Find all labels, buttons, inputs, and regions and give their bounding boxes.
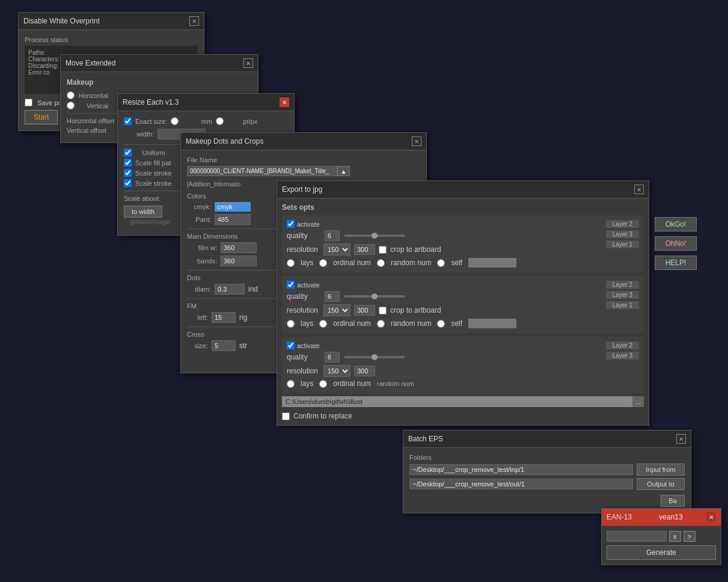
scale-fill-checkbox[interactable] xyxy=(124,159,132,167)
diam-input[interactable] xyxy=(215,284,245,295)
activate-cb-1[interactable] xyxy=(287,220,295,228)
to-width-btn[interactable]: to width xyxy=(124,206,162,218)
resize-each-close[interactable]: ✕ xyxy=(280,97,289,107)
random-radio-1[interactable] xyxy=(377,259,385,267)
horiz-radio[interactable] xyxy=(67,91,75,99)
exact-size-label: Exact size: xyxy=(135,118,167,125)
resolution-select-2[interactable]: 15072300 xyxy=(323,304,350,316)
quality-slider-1[interactable] xyxy=(344,234,405,237)
quality-input-2[interactable] xyxy=(325,291,340,302)
layer2-badge-3: Layer 2 xyxy=(606,342,639,349)
mm-radio[interactable] xyxy=(171,117,179,125)
self-radio-1[interactable] xyxy=(437,259,445,267)
resolution-label-3: resolution xyxy=(287,367,320,375)
move-extended-close[interactable]: ✕ xyxy=(243,58,253,68)
uniform-checkbox[interactable] xyxy=(124,149,132,156)
batch-eps-window: Batch EPS ✕ Folders Input from Output to… xyxy=(403,430,691,513)
export-jpg-window: Export to jpg ✕ Sets opts Layer 2 Layer … xyxy=(277,180,649,426)
activate-cb-3[interactable] xyxy=(287,342,295,349)
move-extended-titlebar: Move Extended ✕ xyxy=(61,55,258,72)
export-jpg-title: Export to jpg xyxy=(282,185,322,194)
resolution-select-3[interactable]: 15072300 xyxy=(323,365,350,377)
vert-label: Vertical xyxy=(78,102,108,109)
ordinal-radio-1[interactable] xyxy=(319,259,327,267)
export-jpg-content: Sets opts Layer 2 Layer 3 Layer 1 activa… xyxy=(277,198,649,425)
resolution-val-2[interactable] xyxy=(354,305,375,316)
quality-label-1: quality xyxy=(287,231,320,240)
input-path-field[interactable] xyxy=(409,464,633,475)
lays-label-1: lays xyxy=(301,259,313,267)
resolution-select-1[interactable]: 15072300 xyxy=(323,244,350,256)
move-extended-title: Move Extended xyxy=(66,59,115,67)
cmyk-input[interactable] xyxy=(215,202,251,212)
bands-input[interactable] xyxy=(221,256,257,266)
quality-slider-2[interactable] xyxy=(344,295,405,298)
file-browse-btn[interactable]: ▲ xyxy=(337,166,350,176)
mm-label: mm xyxy=(182,118,212,125)
vertical-offset-label: Vertical offset xyxy=(67,127,106,134)
quality-input-3[interactable] xyxy=(325,352,340,363)
batch-eps-close[interactable]: ✕ xyxy=(676,434,686,444)
batch-eps-title: Batch EPS xyxy=(408,435,443,443)
scale-stroke2-checkbox[interactable] xyxy=(124,179,132,187)
start-button[interactable]: Start xyxy=(25,110,58,124)
exact-size-checkbox[interactable] xyxy=(124,117,132,125)
ordinal-label-3: ordinal num xyxy=(333,379,371,388)
size-input[interactable] xyxy=(212,340,236,351)
export-section-3: Layer 2 Layer 3 activate quality resolut… xyxy=(282,337,644,393)
help-btn[interactable]: HELP! xyxy=(655,256,697,270)
ordinal-radio-2[interactable] xyxy=(319,320,327,328)
disable-white-close[interactable]: ✕ xyxy=(189,16,199,26)
activate-cb-2[interactable] xyxy=(287,281,295,289)
ohno-btn[interactable]: OhNo! xyxy=(655,236,697,251)
resolution-val-3[interactable] xyxy=(354,366,375,376)
quality-label-3: quality xyxy=(287,353,320,361)
scale-about-label: Scale about: xyxy=(124,195,161,202)
makeup-title: Makeup Dots and Crops xyxy=(186,137,263,146)
resolution-val-1[interactable] xyxy=(354,244,375,255)
ean-input-field[interactable] xyxy=(607,531,667,542)
export-jpg-close[interactable]: ✕ xyxy=(634,185,644,194)
resize-each-title: Resize Each v1.3 xyxy=(123,98,179,106)
ba-btn[interactable]: Ba xyxy=(661,495,685,507)
right-label: rig xyxy=(239,313,247,322)
film-w-input[interactable] xyxy=(221,242,257,253)
makeup-close[interactable]: ✕ xyxy=(412,136,421,146)
lays-radio-2[interactable] xyxy=(287,320,295,328)
scale-stroke1-checkbox[interactable] xyxy=(124,169,132,177)
naming-text-1[interactable] xyxy=(468,258,516,268)
lays-radio-3[interactable] xyxy=(287,380,295,388)
left-input[interactable] xyxy=(212,312,236,323)
layer2-badge-1: Layer 2 xyxy=(606,220,639,228)
crop-artboard-cb-1[interactable] xyxy=(379,246,387,254)
self-radio-2[interactable] xyxy=(437,320,445,328)
ean-close[interactable]: ✕ xyxy=(706,512,716,522)
confirm-replace-label: Confirm to replace xyxy=(293,412,352,420)
okgo-btn[interactable]: OkGo! xyxy=(655,217,697,231)
quality-slider-3[interactable] xyxy=(344,356,405,358)
ean-content: x > Generate xyxy=(602,526,721,565)
output-to-btn[interactable]: Output to xyxy=(637,478,685,490)
activate-label-3: activate xyxy=(297,342,320,349)
crop-artboard-cb-2[interactable] xyxy=(379,307,387,314)
confirm-replace-cb[interactable] xyxy=(282,412,290,420)
lays-label-3: lays xyxy=(301,379,313,388)
lays-label-2: lays xyxy=(301,319,313,328)
resolution-label-1: resolution xyxy=(287,245,320,254)
ptpx-radio[interactable] xyxy=(216,117,224,125)
naming-text-2[interactable] xyxy=(468,319,516,328)
resolution-label-2: resolution xyxy=(287,306,320,314)
quality-input-1[interactable] xyxy=(325,230,340,241)
lays-radio-1[interactable] xyxy=(287,259,295,267)
pant-input[interactable] xyxy=(215,214,251,225)
save-pref-checkbox[interactable] xyxy=(25,99,32,106)
output-path-field[interactable] xyxy=(409,479,633,489)
ordinal-radio-3[interactable] xyxy=(319,380,327,388)
input-from-btn[interactable]: Input from xyxy=(637,464,685,476)
file-name-input1[interactable] xyxy=(187,166,337,176)
ean-arrow-btn[interactable]: > xyxy=(684,531,696,542)
vert-radio[interactable] xyxy=(67,102,75,109)
generate-btn[interactable]: Generate xyxy=(607,545,716,560)
random-radio-2[interactable] xyxy=(377,320,385,328)
ean-x-btn[interactable]: x xyxy=(669,531,681,542)
